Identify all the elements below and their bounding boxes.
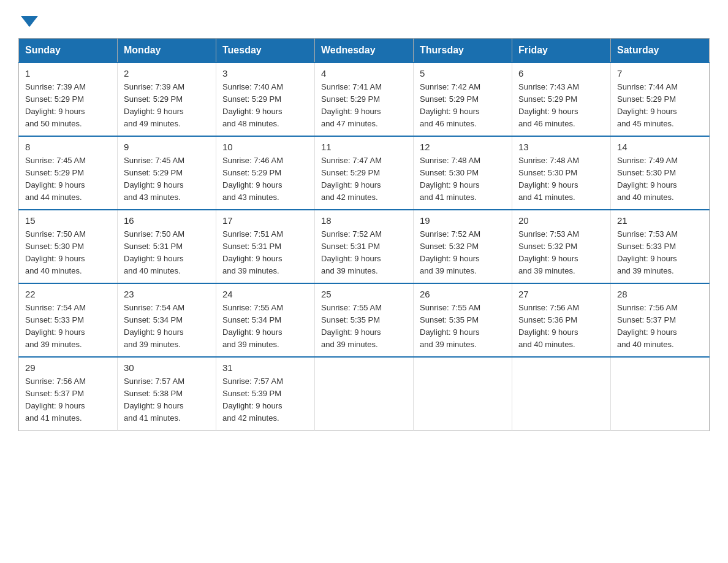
day-info: Sunrise: 7:45 AM Sunset: 5:29 PM Dayligh… [25,155,111,204]
day-number: 22 [25,289,111,299]
day-number: 12 [420,142,506,152]
day-info: Sunrise: 7:56 AM Sunset: 5:36 PM Dayligh… [518,302,604,351]
calendar-cell: 7 Sunrise: 7:44 AM Sunset: 5:29 PM Dayli… [611,63,710,136]
day-info: Sunrise: 7:44 AM Sunset: 5:29 PM Dayligh… [617,81,703,131]
calendar-cell: 8 Sunrise: 7:45 AM Sunset: 5:29 PM Dayli… [19,136,118,210]
calendar-cell: 16 Sunrise: 7:50 AM Sunset: 5:31 PM Dayl… [118,210,216,283]
day-number: 16 [124,215,210,226]
calendar-week-row: 15 Sunrise: 7:50 AM Sunset: 5:30 PM Dayl… [19,210,710,283]
calendar-cell: 3 Sunrise: 7:40 AM Sunset: 5:29 PM Dayli… [216,63,315,136]
day-info: Sunrise: 7:40 AM Sunset: 5:29 PM Dayligh… [222,81,308,131]
day-number: 7 [617,68,703,79]
day-info: Sunrise: 7:54 AM Sunset: 5:33 PM Dayligh… [25,302,111,351]
day-number: 20 [518,215,604,226]
calendar-cell [315,357,414,431]
day-number: 29 [25,362,111,373]
day-number: 30 [124,362,210,373]
day-info: Sunrise: 7:48 AM Sunset: 5:30 PM Dayligh… [420,155,506,204]
calendar-cell: 6 Sunrise: 7:43 AM Sunset: 5:29 PM Dayli… [512,63,611,136]
calendar-cell: 19 Sunrise: 7:52 AM Sunset: 5:32 PM Dayl… [414,210,512,283]
calendar-cell: 11 Sunrise: 7:47 AM Sunset: 5:29 PM Dayl… [315,136,414,210]
day-info: Sunrise: 7:47 AM Sunset: 5:29 PM Dayligh… [321,155,407,204]
day-info: Sunrise: 7:52 AM Sunset: 5:32 PM Dayligh… [420,228,506,278]
day-number: 4 [321,68,407,79]
day-info: Sunrise: 7:56 AM Sunset: 5:37 PM Dayligh… [617,302,703,351]
calendar-week-row: 8 Sunrise: 7:45 AM Sunset: 5:29 PM Dayli… [19,136,710,210]
calendar-cell: 18 Sunrise: 7:52 AM Sunset: 5:31 PM Dayl… [315,210,414,283]
calendar-cell: 25 Sunrise: 7:55 AM Sunset: 5:35 PM Dayl… [315,283,414,357]
day-info: Sunrise: 7:53 AM Sunset: 5:32 PM Dayligh… [518,228,604,278]
calendar-cell: 12 Sunrise: 7:48 AM Sunset: 5:30 PM Dayl… [414,136,512,210]
day-number: 8 [25,142,111,152]
calendar-cell: 2 Sunrise: 7:39 AM Sunset: 5:29 PM Dayli… [118,63,216,136]
calendar-cell: 5 Sunrise: 7:42 AM Sunset: 5:29 PM Dayli… [414,63,512,136]
calendar-cell: 29 Sunrise: 7:56 AM Sunset: 5:37 PM Dayl… [19,357,118,431]
logo [18,12,38,26]
day-info: Sunrise: 7:42 AM Sunset: 5:29 PM Dayligh… [420,81,506,131]
day-number: 13 [518,142,604,152]
calendar-cell: 28 Sunrise: 7:56 AM Sunset: 5:37 PM Dayl… [611,283,710,357]
day-number: 23 [124,289,210,299]
calendar-week-row: 29 Sunrise: 7:56 AM Sunset: 5:37 PM Dayl… [19,357,710,431]
day-info: Sunrise: 7:39 AM Sunset: 5:29 PM Dayligh… [25,81,111,131]
header-monday: Monday [118,39,216,63]
calendar-cell: 31 Sunrise: 7:57 AM Sunset: 5:39 PM Dayl… [216,357,315,431]
day-info: Sunrise: 7:39 AM Sunset: 5:29 PM Dayligh… [124,81,210,131]
calendar-cell: 27 Sunrise: 7:56 AM Sunset: 5:36 PM Dayl… [512,283,611,357]
calendar-table: SundayMondayTuesdayWednesdayThursdayFrid… [18,38,710,431]
day-info: Sunrise: 7:57 AM Sunset: 5:39 PM Dayligh… [222,375,308,425]
day-number: 5 [420,68,506,79]
day-number: 17 [222,215,308,226]
day-info: Sunrise: 7:55 AM Sunset: 5:35 PM Dayligh… [321,302,407,351]
day-number: 14 [617,142,703,152]
day-info: Sunrise: 7:41 AM Sunset: 5:29 PM Dayligh… [321,81,407,131]
calendar-cell: 9 Sunrise: 7:45 AM Sunset: 5:29 PM Dayli… [118,136,216,210]
calendar-cell: 26 Sunrise: 7:55 AM Sunset: 5:35 PM Dayl… [414,283,512,357]
day-number: 28 [617,289,703,299]
logo-arrow-icon [21,16,38,27]
calendar-cell: 4 Sunrise: 7:41 AM Sunset: 5:29 PM Dayli… [315,63,414,136]
day-info: Sunrise: 7:53 AM Sunset: 5:33 PM Dayligh… [617,228,703,278]
calendar-cell: 21 Sunrise: 7:53 AM Sunset: 5:33 PM Dayl… [611,210,710,283]
calendar-cell: 13 Sunrise: 7:48 AM Sunset: 5:30 PM Dayl… [512,136,611,210]
day-info: Sunrise: 7:55 AM Sunset: 5:34 PM Dayligh… [222,302,308,351]
calendar-cell [512,357,611,431]
day-number: 6 [518,68,604,79]
day-info: Sunrise: 7:49 AM Sunset: 5:30 PM Dayligh… [617,155,703,204]
day-info: Sunrise: 7:51 AM Sunset: 5:31 PM Dayligh… [222,228,308,278]
calendar-cell: 20 Sunrise: 7:53 AM Sunset: 5:32 PM Dayl… [512,210,611,283]
calendar-cell: 24 Sunrise: 7:55 AM Sunset: 5:34 PM Dayl… [216,283,315,357]
calendar-cell: 10 Sunrise: 7:46 AM Sunset: 5:29 PM Dayl… [216,136,315,210]
day-number: 18 [321,215,407,226]
calendar-week-row: 1 Sunrise: 7:39 AM Sunset: 5:29 PM Dayli… [19,63,710,136]
day-info: Sunrise: 7:46 AM Sunset: 5:29 PM Dayligh… [222,155,308,204]
day-number: 27 [518,289,604,299]
calendar-header-row: SundayMondayTuesdayWednesdayThursdayFrid… [19,39,710,63]
header-sunday: Sunday [19,39,118,63]
calendar-week-row: 22 Sunrise: 7:54 AM Sunset: 5:33 PM Dayl… [19,283,710,357]
header-tuesday: Tuesday [216,39,315,63]
day-number: 1 [25,68,111,79]
day-info: Sunrise: 7:43 AM Sunset: 5:29 PM Dayligh… [518,81,604,131]
day-number: 9 [124,142,210,152]
calendar-cell: 14 Sunrise: 7:49 AM Sunset: 5:30 PM Dayl… [611,136,710,210]
header-thursday: Thursday [414,39,512,63]
day-number: 3 [222,68,308,79]
day-number: 31 [222,362,308,373]
day-number: 10 [222,142,308,152]
day-number: 2 [124,68,210,79]
day-info: Sunrise: 7:50 AM Sunset: 5:30 PM Dayligh… [25,228,111,278]
day-info: Sunrise: 7:55 AM Sunset: 5:35 PM Dayligh… [420,302,506,351]
calendar-cell: 1 Sunrise: 7:39 AM Sunset: 5:29 PM Dayli… [19,63,118,136]
day-info: Sunrise: 7:56 AM Sunset: 5:37 PM Dayligh… [25,375,111,425]
day-number: 21 [617,215,703,226]
day-info: Sunrise: 7:52 AM Sunset: 5:31 PM Dayligh… [321,228,407,278]
header-wednesday: Wednesday [315,39,414,63]
day-info: Sunrise: 7:48 AM Sunset: 5:30 PM Dayligh… [518,155,604,204]
day-number: 19 [420,215,506,226]
day-info: Sunrise: 7:45 AM Sunset: 5:29 PM Dayligh… [124,155,210,204]
day-info: Sunrise: 7:50 AM Sunset: 5:31 PM Dayligh… [124,228,210,278]
calendar-cell [414,357,512,431]
day-number: 25 [321,289,407,299]
calendar-cell: 30 Sunrise: 7:57 AM Sunset: 5:38 PM Dayl… [118,357,216,431]
